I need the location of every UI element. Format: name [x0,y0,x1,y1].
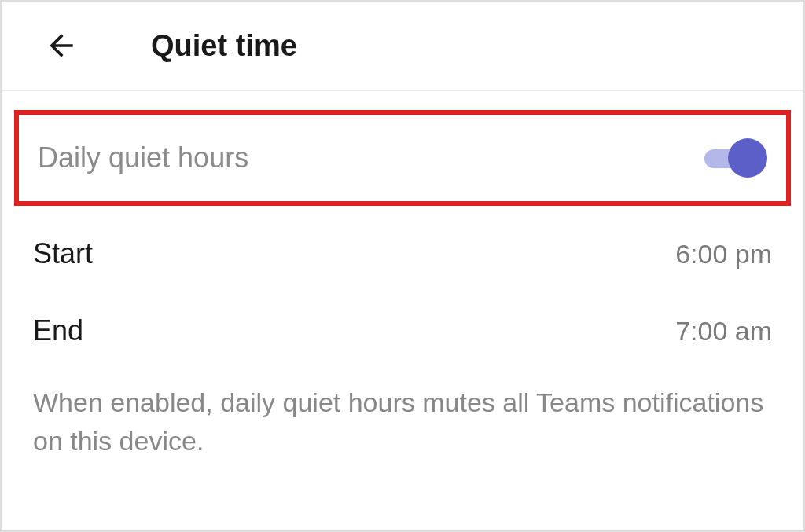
page-title: Quiet time [151,29,297,63]
end-label: End [33,314,83,347]
content: Daily quiet hours Start 6:00 pm End 7:00… [2,110,803,483]
start-label: Start [33,237,93,270]
toggle-thumb [728,138,767,178]
daily-quiet-hours-toggle[interactable] [704,138,767,178]
end-value: 7:00 am [675,316,772,347]
start-time-row[interactable]: Start 6:00 pm [2,215,803,292]
back-button[interactable] [42,27,80,64]
daily-quiet-hours-row[interactable]: Daily quiet hours [14,110,791,206]
header: Quiet time [2,2,803,91]
start-value: 6:00 pm [675,239,772,270]
back-arrow-icon [44,28,79,63]
end-time-row[interactable]: End 7:00 am [2,292,803,369]
description-text: When enabled, daily quiet hours mutes al… [2,369,803,483]
daily-quiet-hours-label: Daily quiet hours [38,141,248,174]
